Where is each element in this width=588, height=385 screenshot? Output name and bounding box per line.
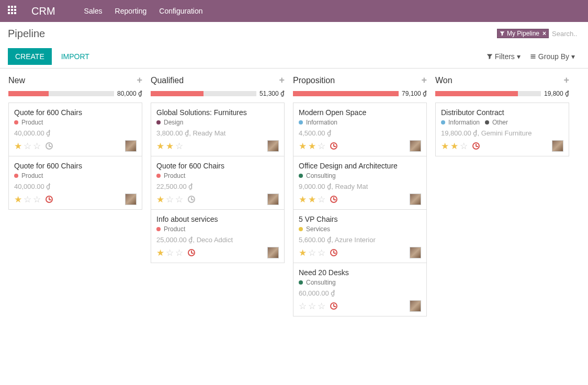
nav-configuration[interactable]: Configuration: [159, 7, 202, 15]
tag: Consulting: [299, 279, 336, 286]
kanban-card[interactable]: Need 20 Desks Consulting 60,000.00 ₫ ☆☆☆: [293, 263, 427, 316]
priority-stars: ☆☆☆: [299, 301, 337, 312]
star-icon[interactable]: ★: [14, 141, 22, 152]
search-input[interactable]: [549, 28, 580, 40]
clock-icon[interactable]: [472, 142, 480, 150]
funnel-icon: [500, 31, 505, 36]
apps-icon[interactable]: [8, 6, 18, 16]
avatar[interactable]: [552, 140, 563, 152]
avatar[interactable]: [410, 300, 421, 312]
groupby-menu[interactable]: Group By ▾: [530, 52, 575, 61]
filters-menu[interactable]: Filters ▾: [487, 52, 521, 61]
star-icon[interactable]: ☆: [175, 141, 183, 152]
star-icon[interactable]: ☆: [166, 194, 174, 205]
star-icon[interactable]: ☆: [318, 301, 325, 312]
star-icon[interactable]: ★: [299, 247, 307, 258]
star-icon[interactable]: ☆: [24, 141, 31, 152]
star-icon[interactable]: ★: [299, 194, 307, 205]
star-icon[interactable]: ☆: [460, 141, 468, 152]
card-subtitle: 25,000.00 ₫, Deco Addict: [156, 236, 279, 244]
star-icon[interactable]: ★: [308, 194, 316, 205]
search-view[interactable]: My Pipeline ×: [497, 28, 580, 40]
avatar[interactable]: [125, 140, 137, 152]
star-icon[interactable]: ☆: [308, 301, 316, 312]
tag: Other: [485, 119, 508, 126]
kanban-card[interactable]: Quote for 600 Chairs Product 40,000.00 ₫…: [8, 103, 142, 156]
kanban-card[interactable]: Distributor Contract InformationOther 19…: [435, 103, 569, 156]
star-icon[interactable]: ☆: [175, 194, 183, 205]
create-button[interactable]: CREATE: [8, 48, 52, 65]
star-icon[interactable]: ☆: [318, 247, 325, 258]
card-title: Need 20 Desks: [299, 268, 421, 277]
avatar[interactable]: [267, 140, 279, 152]
star-icon[interactable]: ★: [166, 141, 174, 152]
progress-bar: [435, 91, 541, 96]
star-icon[interactable]: ★: [299, 141, 307, 152]
star-icon[interactable]: ★: [450, 141, 458, 152]
star-icon[interactable]: ★: [441, 141, 449, 152]
kanban-card[interactable]: Info about services Product 25,000.00 ₫,…: [151, 209, 285, 263]
breadcrumb: Pipeline: [8, 28, 45, 40]
priority-stars: ★☆☆: [14, 141, 53, 152]
avatar[interactable]: [410, 140, 421, 152]
kanban-card[interactable]: Office Design and Architecture Consultin…: [293, 156, 427, 210]
star-icon[interactable]: ★: [156, 247, 164, 258]
clock-icon[interactable]: [188, 249, 195, 256]
column-add-button[interactable]: +: [421, 75, 427, 86]
kanban-card[interactable]: Quote for 600 Chairs Product 22,500.00 ₫…: [151, 156, 285, 210]
clock-icon[interactable]: [330, 142, 337, 150]
clock-icon[interactable]: [330, 302, 337, 310]
star-icon[interactable]: ☆: [33, 194, 41, 205]
progress-bar: [8, 91, 114, 96]
clock-icon[interactable]: [46, 142, 53, 150]
priority-stars: ★★☆: [441, 141, 480, 152]
kanban-card[interactable]: 5 VP Chairs Services 5,600.00 ₫, Azure I…: [293, 209, 427, 263]
column-add-button[interactable]: +: [137, 75, 142, 86]
card-title: Quote for 600 Chairs: [14, 108, 137, 117]
column-progress: 19,800 ₫: [435, 90, 569, 97]
star-icon[interactable]: ☆: [166, 247, 174, 258]
filter-tag-label: My Pipeline: [507, 30, 539, 37]
kanban-card[interactable]: Modern Open Space Information 4,500.00 ₫…: [293, 103, 427, 156]
column-progress: 51,300 ₫: [151, 90, 285, 97]
star-icon[interactable]: ☆: [33, 141, 41, 152]
star-icon[interactable]: ★: [156, 194, 164, 205]
star-icon[interactable]: ☆: [308, 247, 316, 258]
avatar[interactable]: [410, 247, 421, 258]
avatar[interactable]: [267, 247, 279, 258]
avatar[interactable]: [125, 194, 137, 205]
control-panel: Pipeline My Pipeline × CREATE IMPORT Fil…: [0, 22, 588, 69]
column-add-button[interactable]: +: [279, 75, 285, 86]
clock-icon[interactable]: [330, 196, 337, 203]
avatar[interactable]: [267, 194, 279, 205]
star-icon[interactable]: ★: [308, 141, 316, 152]
kanban-card[interactable]: Global Solutions: Furnitures Design 3,80…: [151, 103, 285, 156]
star-icon[interactable]: ☆: [24, 194, 31, 205]
column-progress: 80,000 ₫: [8, 90, 142, 97]
card-subtitle: 4,500.00 ₫: [299, 129, 421, 137]
import-button[interactable]: IMPORT: [54, 48, 97, 65]
star-icon[interactable]: ☆: [299, 301, 307, 312]
nav-reporting[interactable]: Reporting: [115, 7, 147, 15]
column-add-button[interactable]: +: [563, 75, 569, 86]
card-title: Distributor Contract: [441, 108, 563, 117]
star-icon[interactable]: ☆: [318, 194, 325, 205]
clock-icon[interactable]: [330, 249, 337, 256]
avatar[interactable]: [410, 194, 421, 205]
clock-icon[interactable]: [188, 196, 195, 203]
card-subtitle: 5,600.00 ₫, Azure Interior: [299, 236, 421, 244]
tag: Consulting: [299, 172, 336, 179]
star-icon[interactable]: ★: [156, 141, 164, 152]
nav-sales[interactable]: Sales: [84, 7, 103, 15]
filter-tag-remove[interactable]: ×: [542, 30, 546, 37]
star-icon[interactable]: ☆: [175, 247, 183, 258]
star-icon[interactable]: ☆: [318, 141, 325, 152]
card-subtitle: 22,500.00 ₫: [156, 183, 279, 190]
list-icon: [530, 53, 536, 60]
card-title: Quote for 600 Chairs: [14, 162, 137, 170]
search-filter-tag[interactable]: My Pipeline ×: [497, 29, 549, 38]
clock-icon[interactable]: [46, 196, 53, 203]
kanban-card[interactable]: Quote for 600 Chairs Product 40,000.00 ₫…: [8, 156, 142, 210]
star-icon[interactable]: ★: [14, 194, 22, 205]
column-title: Proposition: [293, 76, 335, 85]
